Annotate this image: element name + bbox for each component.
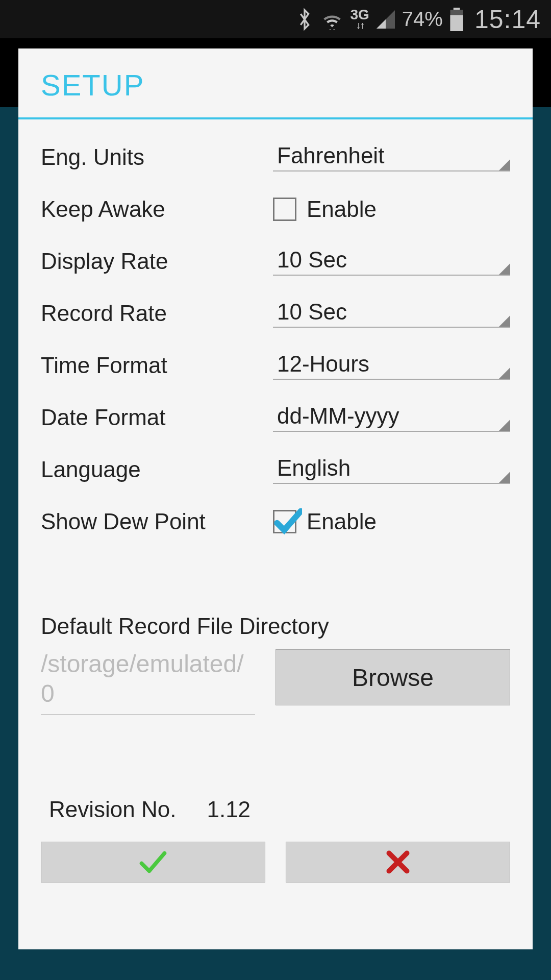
clock-time: 15:14 bbox=[474, 5, 541, 34]
display-rate-label: Display Rate bbox=[41, 249, 273, 274]
keep-awake-label: Keep Awake bbox=[41, 197, 273, 222]
show-dew-point-checkbox[interactable] bbox=[273, 510, 296, 533]
eng-units-spinner[interactable]: Fahrenheit bbox=[273, 143, 510, 172]
time-format-spinner[interactable]: 12-Hours bbox=[273, 351, 510, 380]
svg-rect-0 bbox=[454, 8, 460, 10]
revision-label: Revision No. bbox=[49, 797, 176, 822]
browse-button[interactable]: Browse bbox=[276, 649, 510, 705]
dropdown-icon bbox=[499, 368, 510, 379]
dropdown-icon bbox=[499, 472, 510, 483]
bluetooth-icon bbox=[295, 8, 314, 31]
check-icon bbox=[138, 849, 168, 875]
time-format-label: Time Format bbox=[41, 353, 273, 378]
signal-icon bbox=[375, 9, 396, 30]
setting-row-show-dew-point: Show Dew Point Enable bbox=[41, 506, 510, 537]
ok-button[interactable] bbox=[41, 842, 265, 883]
svg-rect-2 bbox=[450, 15, 463, 31]
battery-icon bbox=[449, 8, 464, 31]
keep-awake-checkbox[interactable] bbox=[273, 198, 296, 221]
directory-row: /storage/emulated/0 Browse bbox=[41, 649, 510, 715]
record-rate-spinner[interactable]: 10 Sec bbox=[273, 299, 510, 328]
setting-row-time-format: Time Format 12-Hours bbox=[41, 350, 510, 381]
setting-row-record-rate: Record Rate 10 Sec bbox=[41, 298, 510, 329]
dropdown-icon bbox=[499, 263, 510, 275]
revision-row: Revision No. 1.12 bbox=[41, 797, 510, 822]
show-dew-point-checkbox-label: Enable bbox=[307, 509, 377, 534]
show-dew-point-label: Show Dew Point bbox=[41, 509, 273, 534]
display-rate-spinner[interactable]: 10 Sec bbox=[273, 247, 510, 276]
setting-row-eng-units: Eng. Units Fahrenheit bbox=[41, 142, 510, 173]
status-bar: 3G ↓↑ 74% 15:14 bbox=[0, 0, 551, 38]
wifi-icon bbox=[320, 9, 344, 30]
dialog-title: SETUP bbox=[18, 68, 533, 119]
network-3g-icon: 3G ↓↑ bbox=[350, 9, 369, 29]
dropdown-icon bbox=[499, 159, 510, 170]
setup-dialog: SETUP Eng. Units Fahrenheit Keep Awake E… bbox=[18, 48, 533, 949]
date-format-spinner[interactable]: dd-MM-yyyy bbox=[273, 403, 510, 432]
dropdown-icon bbox=[499, 420, 510, 431]
language-spinner[interactable]: English bbox=[273, 455, 510, 484]
dropdown-icon bbox=[499, 315, 510, 327]
date-format-label: Date Format bbox=[41, 405, 273, 430]
setting-row-date-format: Date Format dd-MM-yyyy bbox=[41, 402, 510, 433]
record-rate-label: Record Rate bbox=[41, 301, 273, 326]
directory-section-label: Default Record File Directory bbox=[41, 614, 510, 639]
cancel-button[interactable] bbox=[286, 842, 510, 883]
action-row bbox=[41, 842, 510, 883]
revision-value: 1.12 bbox=[207, 797, 251, 822]
eng-units-label: Eng. Units bbox=[41, 144, 273, 170]
keep-awake-checkbox-label: Enable bbox=[307, 197, 377, 222]
close-icon bbox=[383, 849, 413, 875]
setting-row-keep-awake: Keep Awake Enable bbox=[41, 194, 510, 225]
battery-percent: 74% bbox=[402, 8, 443, 31]
language-label: Language bbox=[41, 457, 273, 482]
setting-row-language: Language English bbox=[41, 454, 510, 485]
settings-area: Eng. Units Fahrenheit Keep Awake Enable … bbox=[18, 119, 533, 949]
setting-row-display-rate: Display Rate 10 Sec bbox=[41, 246, 510, 277]
directory-path: /storage/emulated/0 bbox=[41, 649, 255, 715]
